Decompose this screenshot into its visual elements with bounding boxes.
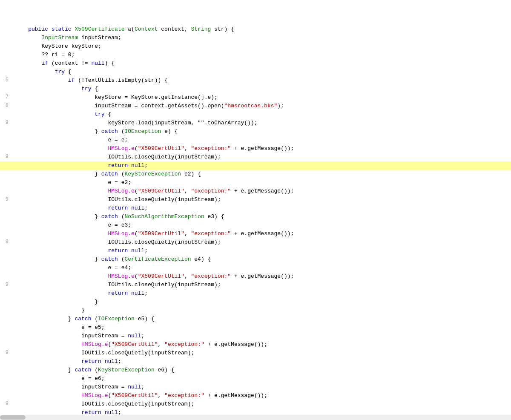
token-normal: ; — [144, 290, 148, 296]
token-normal: { — [65, 69, 72, 75]
token-string: "X509CertUtil" — [138, 188, 184, 194]
code-line: } catch (NoSuchAlgorithmException e3) { — [0, 213, 511, 221]
token-normal: } — [95, 171, 101, 177]
token-normal: , — [158, 392, 164, 399]
line-content: IOUtils.closeQuietly(inputStream); — [13, 400, 511, 408]
token-normal: (context != — [48, 60, 91, 66]
line-content: keyStore = KeyStore.getInstance(j.e); — [13, 93, 511, 102]
line-content: } — [13, 298, 511, 306]
line-number — [0, 42, 13, 51]
token-normal: ( — [91, 316, 98, 322]
line-number — [0, 110, 13, 119]
token-normal: e = e4; — [108, 265, 131, 271]
line-content: if (context != null) { — [13, 59, 511, 68]
token-normal: } — [95, 128, 101, 135]
token-log-method: HMSLog.e — [108, 273, 134, 279]
line-number — [0, 136, 13, 144]
scrollbar-thumb[interactable] — [0, 415, 26, 420]
code-line: KeyStore keyStore; — [0, 42, 511, 51]
code-line: } catch (KeyStoreException e2) { — [0, 170, 511, 178]
token-normal: ( — [118, 128, 125, 135]
code-line: } catch (KeyStoreException e6) { — [0, 366, 511, 374]
token-log-method: HMSLog.e — [81, 392, 108, 399]
token-normal: keyStore.load(inputStream, "".toCharArra… — [108, 120, 257, 126]
line-content: IOUtils.closeQuietly(inputStream); — [13, 153, 511, 161]
token-normal: + e.getMessage()); — [231, 188, 294, 194]
line-content: keyStore.load(inputStream, "".toCharArra… — [13, 119, 511, 127]
code-line: } catch (IOException e5) { — [0, 315, 511, 323]
code-line: } — [0, 298, 511, 306]
token-string: "exception:" — [191, 273, 231, 279]
token-type: NoSuchAlgorithmException — [124, 213, 204, 220]
token-log-method: HMSLog.e — [108, 145, 134, 152]
line-number: 9 — [0, 281, 13, 289]
token-log-method: HMSLog.e — [81, 341, 108, 348]
line-content: return null; — [13, 161, 511, 170]
line-number — [0, 289, 13, 298]
line-number — [0, 374, 13, 383]
line-number — [0, 68, 13, 76]
line-number — [0, 391, 13, 400]
line-content: } catch (CertificateException e4) { — [13, 255, 511, 264]
token-normal: e2) { — [181, 171, 201, 177]
token-normal: ; — [141, 333, 144, 339]
token-normal: KeyStore keyStore; — [41, 43, 101, 49]
token-type: IOException — [124, 128, 161, 135]
line-content: return null; — [13, 204, 511, 213]
token-kw-ctrl: catch — [75, 316, 91, 322]
token-normal: e = e6; — [81, 375, 105, 382]
code-line: return null; — [0, 357, 511, 366]
token-kw: return null — [108, 247, 144, 254]
token-normal: ; — [144, 205, 148, 211]
token-normal: { — [91, 86, 98, 92]
line-content: HMSLog.e("X509CertUtil", "exception:" + … — [13, 272, 511, 281]
token-normal: } — [81, 307, 85, 314]
token-string: "X509CertUtil" — [111, 392, 158, 399]
token-kw: return null — [108, 162, 144, 169]
code-editor: public static X509Certificate a(Context … — [0, 0, 511, 420]
token-normal: inputStream = — [81, 333, 128, 339]
token-string: "exception:" — [191, 230, 231, 237]
line-content: KeyStore keyStore; — [13, 42, 511, 51]
token-kw: if — [41, 60, 48, 66]
token-normal: IOUtils.closeQuietly(inputStream); — [108, 282, 221, 288]
token-normal: ( — [118, 256, 125, 262]
token-normal: } — [95, 256, 101, 262]
token-normal: } — [95, 213, 101, 220]
line-content: return null; — [13, 357, 511, 366]
token-string: "X509CertUtil" — [138, 273, 184, 279]
token-kw-ctrl: catch — [101, 171, 118, 177]
horizontal-scrollbar[interactable] — [0, 415, 511, 420]
code-line: ?? r1 = 0; — [0, 51, 511, 59]
line-content: if (!TextUtils.isEmpty(str)) { — [13, 76, 511, 85]
token-type: KeyStoreException — [124, 171, 181, 177]
code-line: } — [0, 306, 511, 315]
line-number: 9 — [0, 196, 13, 204]
token-normal: e = e3; — [108, 222, 131, 228]
token-normal: IOUtils.closeQuietly(inputStream); — [81, 401, 194, 407]
token-type: InputStream — [41, 35, 78, 41]
token-normal: e = e; — [108, 137, 128, 143]
token-normal: ( — [135, 230, 138, 237]
token-string: "X509CertUtil" — [138, 145, 184, 152]
token-normal: + e.getMessage()); — [231, 145, 294, 152]
line-number — [0, 51, 13, 59]
code-line: e = e4; — [0, 264, 511, 272]
token-kw-ctrl: try — [95, 111, 104, 118]
code-line: e = e6; — [0, 374, 511, 383]
token-null-kw: null — [128, 384, 141, 390]
line-content: inputStream = null; — [13, 332, 511, 340]
line-number — [0, 204, 13, 213]
token-kw-ctrl: catch — [101, 256, 118, 262]
line-number — [0, 247, 13, 255]
token-normal: ( — [135, 145, 138, 152]
token-normal: ( — [135, 273, 138, 279]
token-normal: keyStore = KeyStore.getInstance(j.e); — [95, 94, 218, 101]
code-line: e = e; — [0, 136, 511, 144]
token-normal: e) { — [161, 128, 178, 135]
token-normal: IOUtils.closeQuietly(inputStream); — [108, 154, 221, 160]
token-kw-ctrl: catch — [101, 213, 118, 220]
line-content: e = e2; — [13, 178, 511, 187]
line-content: e = e; — [13, 136, 511, 144]
line-number — [0, 34, 13, 42]
